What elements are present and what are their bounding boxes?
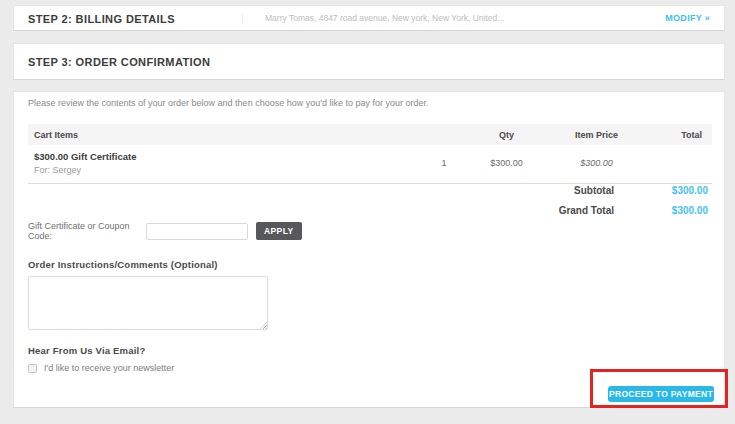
subtotal-label: Subtotal (574, 185, 614, 196)
column-header-qty: Qty (464, 130, 549, 140)
subtotal-row: Subtotal $300.00 (28, 180, 712, 200)
cart-item-recipient: For: Sergey (34, 165, 424, 175)
subtotal-value: $300.00 (614, 185, 712, 196)
column-header-cart-items: Cart Items (34, 130, 424, 140)
step3-title: STEP 3: ORDER CONFIRMATION (28, 56, 210, 68)
cart-item-qty: 1 (424, 158, 464, 168)
grand-total-row: Grand Total $300.00 (28, 200, 712, 220)
order-comments-textarea[interactable] (28, 276, 268, 330)
coupon-code-label: Gift Certificate or Coupon Code: (28, 221, 144, 241)
newsletter-checkbox[interactable] (28, 364, 37, 373)
grand-total-value: $300.00 (614, 205, 712, 216)
column-header-item-price: Item Price (549, 130, 644, 140)
coupon-code-input[interactable] (146, 223, 248, 240)
grand-total-label: Grand Total (559, 205, 614, 216)
newsletter-checkbox-label: I'd like to receive your newsletter (44, 363, 174, 373)
cart-items-table: Cart Items Qty Item Price Total $300.00 … (28, 124, 712, 184)
order-review-intro: Please review the contents of your order… (28, 98, 428, 108)
column-header-total: Total (644, 130, 706, 140)
cart-item-price: $300.00 (464, 158, 549, 168)
newsletter-optin-row: I'd like to receive your newsletter (28, 363, 174, 373)
step2-title: STEP 2: BILLING DETAILS (28, 13, 175, 25)
cart-item-unit-price: $300.00 (549, 158, 644, 168)
cart-item-name: $300.00 Gift Certificate (34, 151, 424, 162)
order-confirmation-header-panel: STEP 3: ORDER CONFIRMATION (13, 43, 725, 80)
apply-coupon-button[interactable]: APPLY (256, 222, 302, 240)
proceed-to-payment-button[interactable]: PROCEED TO PAYMENT (608, 386, 714, 402)
billing-details-panel: STEP 2: BILLING DETAILS Marry Tomas, 484… (13, 5, 725, 31)
billing-address-summary: Marry Tomas, 4847 road avenue, New york,… (242, 13, 665, 23)
order-comments-label: Order Instructions/Comments (Optional) (28, 259, 218, 270)
order-confirmation-panel: Please review the contents of your order… (13, 91, 725, 408)
order-totals: Subtotal $300.00 Grand Total $300.00 (28, 180, 712, 220)
cart-item-row: $300.00 Gift Certificate For: Sergey 1 $… (28, 145, 712, 184)
coupon-section: Gift Certificate or Coupon Code: APPLY (28, 221, 302, 241)
newsletter-heading: Hear From Us Via Email? (28, 345, 145, 356)
cart-table-header-row: Cart Items Qty Item Price Total (28, 124, 712, 145)
modify-billing-link[interactable]: MODIFY » (665, 13, 710, 23)
